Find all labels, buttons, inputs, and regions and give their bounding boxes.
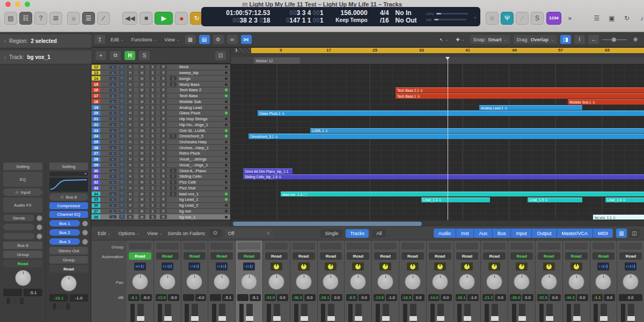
pan-knob[interactable] (514, 274, 530, 290)
track-row[interactable]: 17≋⏻HMSRTech Bass (91, 93, 230, 99)
pan-knob[interactable] (568, 274, 584, 290)
track-row[interactable]: 25≋⏻HMSROrchestra Harp (91, 140, 230, 145)
track-number-badge[interactable]: 14 (92, 76, 100, 80)
track-h-button[interactable]: H (127, 215, 134, 219)
group-slot[interactable] (238, 243, 260, 250)
smart-controls-button[interactable]: ☼ (67, 12, 80, 25)
mixer-channel-strip[interactable]: Read-36.30.0 (290, 240, 317, 322)
track-r-button[interactable]: R (160, 99, 167, 104)
track-power-button[interactable]: ⏻ (119, 122, 125, 127)
track-m-button[interactable]: M (138, 145, 145, 150)
track-number-badge[interactable]: 26 (92, 145, 100, 150)
track-number-badge[interactable]: 36 (92, 203, 100, 208)
track-s-button[interactable]: S (149, 192, 156, 196)
mixer-filter-mastervca[interactable]: Master/VCA (557, 229, 594, 238)
track-power-button[interactable]: ⏻ (119, 128, 125, 133)
list-editors-button[interactable]: ☰ (590, 12, 603, 25)
track-power-button[interactable]: ⏻ (119, 203, 125, 208)
track-number-badge[interactable]: 35 (92, 197, 100, 202)
track-number-badge[interactable]: 29 (92, 163, 100, 167)
wide-channel-view-icon[interactable]: ◫ (629, 229, 640, 238)
bar-ruler[interactable]: 1 917253341495765 (231, 48, 644, 57)
functions-menu[interactable]: Functions⌄ (129, 36, 159, 43)
track-row[interactable]: 29≋⏻HMSRVocal_...rings_1 (91, 163, 230, 169)
track-power-button[interactable]: ⏻ (119, 65, 125, 69)
mixer-channel-strip[interactable]: Read-16.1-1.0 (454, 240, 481, 322)
track-h-button[interactable]: H (127, 128, 134, 133)
disclosure-icon[interactable]: › (4, 55, 6, 60)
track-power-button[interactable]: ⏻ (119, 169, 125, 173)
mixer-all-button[interactable]: All (372, 229, 386, 238)
track-s-button[interactable]: S (149, 186, 156, 191)
track-input-monitor-button[interactable]: I (170, 82, 177, 86)
track-m-button[interactable]: M (138, 105, 145, 109)
track-power-button[interactable]: ⏻ (119, 94, 125, 98)
track-r-button[interactable]: R (160, 145, 167, 150)
automation-read-button[interactable]: Read (592, 252, 615, 260)
disclosure-icon[interactable]: › (4, 39, 6, 44)
catch-playhead-icon[interactable]: ⋈ (241, 35, 252, 44)
track-m-button[interactable]: M (138, 197, 145, 202)
track-row[interactable]: 38≋⏻HMSRbg vox_1 (91, 214, 230, 220)
mixer-edit-menu[interactable]: Edit⌄ (96, 230, 113, 237)
track-number-badge[interactable]: 12 (92, 65, 100, 69)
volume-fader[interactable] (274, 304, 280, 322)
plugin-slot[interactable]: Channel EQ (49, 211, 88, 218)
mixer-channel-strip[interactable]: Read-21.20.0 (481, 240, 508, 322)
output-button[interactable]: Bus 8 (3, 241, 42, 249)
track-s-button[interactable]: S (149, 163, 156, 167)
automation-read-button[interactable]: Read (184, 252, 206, 260)
track-power-button[interactable]: ⏻ (119, 88, 125, 92)
automation-read-button[interactable]: Read (347, 252, 369, 260)
toolbar-toggle-button[interactable]: ⊞ (49, 12, 62, 25)
group-button[interactable]: Group (49, 256, 88, 264)
track-h-button[interactable]: H (127, 82, 134, 86)
automation-read-button[interactable]: Read (538, 252, 560, 260)
track-power-button[interactable]: ⏻ (119, 76, 125, 80)
track-m-button[interactable]: M (138, 134, 145, 138)
fader-level-value[interactable]: -5.0 (168, 294, 179, 301)
volume-fader[interactable] (519, 304, 525, 322)
track-h-button[interactable]: H (127, 163, 134, 167)
volume-fader[interactable] (219, 304, 225, 322)
track-inspector-header[interactable]: › Track: bg vox_1 (0, 50, 91, 64)
count-in-button[interactable]: 1234 (546, 12, 561, 25)
eq-slot[interactable]: EQ (3, 172, 42, 187)
track-h-button[interactable]: H (127, 180, 134, 185)
tuner-button[interactable]: Ψ (501, 12, 514, 25)
track-name[interactable]: Hip Ho...rings_1 (179, 122, 221, 127)
volume-fader[interactable] (628, 304, 634, 322)
track-h-button[interactable]: H (127, 192, 134, 196)
region[interactable]: lead vox_1.3◯ (281, 192, 644, 197)
pan-knob[interactable] (132, 274, 148, 290)
track-name[interactable]: Wurly Bass (179, 82, 221, 87)
fader-level-value[interactable]: -5.1 (222, 294, 233, 301)
mixer-channel-strip[interactable]: Read-32.60.0 (536, 240, 562, 322)
browsers-button[interactable]: ▣ (605, 12, 618, 25)
track-row[interactable]: 20≋⏻HMSRGlass Pluck (91, 111, 230, 116)
track-h-button[interactable]: H (127, 65, 134, 69)
horizontal-zoom-slider[interactable] (602, 39, 627, 40)
track-s-button[interactable]: S (149, 151, 156, 156)
track-s-button[interactable]: S (149, 76, 156, 80)
track-power-button[interactable]: ⏻ (119, 117, 125, 121)
group-slot[interactable] (265, 243, 288, 250)
cycle-region[interactable] (251, 48, 644, 53)
track-name[interactable]: Omnichord_5 (179, 134, 221, 139)
track-s-button[interactable]: S (149, 82, 156, 86)
track-r-button[interactable]: R (160, 192, 167, 196)
marker-lane[interactable]: Marker 12 (231, 57, 644, 64)
region[interactable]: Lead_1.6① (605, 197, 644, 203)
region[interactable]: bg vox_1.1① (593, 215, 644, 220)
fader-level-value[interactable]: 0.0 (413, 294, 425, 301)
track-h-button[interactable]: H (127, 105, 134, 109)
track-input-monitor-button[interactable]: I (170, 180, 177, 185)
track-s-button[interactable]: S (149, 117, 156, 121)
volume-fader[interactable] (383, 304, 389, 322)
drag-select[interactable]: Drag:Overlap⌄ (514, 35, 557, 44)
group-slot[interactable] (374, 243, 397, 250)
track-row[interactable]: 31≋⏻HMSRISliding Cello (91, 174, 230, 180)
mixer-filter-input[interactable]: Input (511, 229, 532, 238)
track-number-badge[interactable]: 13 (92, 71, 100, 75)
track-s-button[interactable]: S (149, 122, 156, 127)
